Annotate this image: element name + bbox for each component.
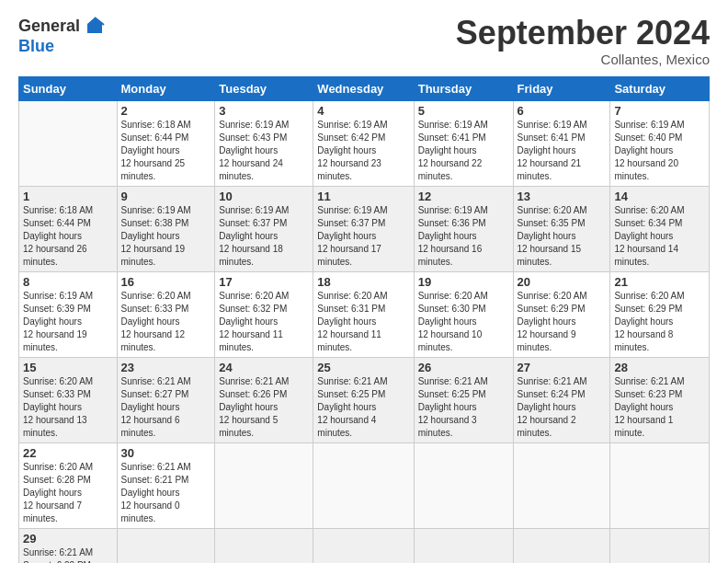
- day-info: Sunrise: 6:21 AMSunset: 6:23 PMDaylight …: [614, 376, 684, 438]
- table-cell: 8Sunrise: 6:19 AMSunset: 6:39 PMDaylight…: [19, 271, 118, 357]
- day-info: Sunrise: 6:21 AMSunset: 6:21 PMDaylight …: [121, 462, 191, 523]
- table-cell: 15Sunrise: 6:20 AMSunset: 6:33 PMDayligh…: [19, 357, 118, 442]
- table-cell: 11Sunrise: 6:19 AMSunset: 6:37 PMDayligh…: [313, 186, 414, 271]
- day-number: 13: [518, 190, 607, 203]
- day-number: 9: [121, 190, 211, 203]
- day-number: 18: [317, 275, 409, 289]
- table-cell: [610, 442, 710, 528]
- logo: General Blue: [18, 15, 106, 56]
- table-cell: 10Sunrise: 6:19 AMSunset: 6:37 PMDayligh…: [215, 186, 313, 271]
- table-cell: 22Sunrise: 6:20 AMSunset: 6:28 PMDayligh…: [19, 442, 118, 528]
- day-info: Sunrise: 6:20 AMSunset: 6:35 PMDaylight …: [518, 205, 587, 267]
- day-info: Sunrise: 6:18 AMSunset: 6:44 PMDaylight …: [121, 120, 191, 181]
- title-block: September 2024 Collantes, Mexico: [456, 15, 710, 67]
- table-cell: [19, 100, 118, 186]
- table-cell: 16Sunrise: 6:20 AMSunset: 6:33 PMDayligh…: [117, 271, 215, 357]
- day-info: Sunrise: 6:19 AMSunset: 6:40 PMDaylight …: [614, 120, 684, 181]
- table-cell: [313, 528, 414, 563]
- table-cell: 23Sunrise: 6:21 AMSunset: 6:27 PMDayligh…: [117, 357, 215, 442]
- table-cell: [513, 442, 610, 528]
- table-cell: 4Sunrise: 6:19 AMSunset: 6:42 PMDaylight…: [313, 100, 414, 186]
- day-info: Sunrise: 6:21 AMSunset: 6:22 PMDaylight …: [23, 547, 93, 563]
- logo-blue: Blue: [18, 37, 54, 56]
- day-number: 4: [317, 104, 409, 118]
- subtitle: Collantes, Mexico: [456, 52, 710, 67]
- table-cell: 29Sunrise: 6:21 AMSunset: 6:22 PMDayligh…: [19, 528, 118, 563]
- month-title: September 2024: [456, 15, 710, 52]
- day-info: Sunrise: 6:20 AMSunset: 6:31 PMDaylight …: [317, 291, 387, 352]
- table-cell: 6Sunrise: 6:19 AMSunset: 6:41 PMDaylight…: [513, 100, 610, 186]
- day-info: Sunrise: 6:20 AMSunset: 6:29 PMDaylight …: [614, 291, 684, 352]
- logo-icon: [84, 15, 106, 37]
- table-cell: 17Sunrise: 6:20 AMSunset: 6:32 PMDayligh…: [215, 271, 313, 357]
- calendar: Sunday Monday Tuesday Wednesday Thursday…: [18, 76, 710, 563]
- day-number: 27: [518, 361, 607, 374]
- day-info: Sunrise: 6:20 AMSunset: 6:32 PMDaylight …: [219, 291, 289, 352]
- table-cell: 20Sunrise: 6:20 AMSunset: 6:29 PMDayligh…: [513, 271, 610, 357]
- day-info: Sunrise: 6:19 AMSunset: 6:37 PMDaylight …: [317, 205, 387, 267]
- day-number: 16: [121, 275, 211, 289]
- table-cell: [215, 528, 313, 563]
- day-info: Sunrise: 6:19 AMSunset: 6:37 PMDaylight …: [219, 205, 289, 267]
- day-info: Sunrise: 6:21 AMSunset: 6:25 PMDaylight …: [418, 376, 488, 438]
- day-number: 22: [23, 446, 113, 460]
- table-cell: 25Sunrise: 6:21 AMSunset: 6:25 PMDayligh…: [313, 357, 414, 442]
- table-cell: 2Sunrise: 6:18 AMSunset: 6:44 PMDaylight…: [117, 100, 215, 186]
- col-sunday: Sunday: [19, 76, 118, 100]
- table-cell: 5Sunrise: 6:19 AMSunset: 6:41 PMDaylight…: [414, 100, 513, 186]
- day-info: Sunrise: 6:20 AMSunset: 6:33 PMDaylight …: [121, 291, 191, 352]
- col-tuesday: Tuesday: [215, 76, 313, 100]
- table-cell: 24Sunrise: 6:21 AMSunset: 6:26 PMDayligh…: [215, 357, 313, 442]
- logo-general: General: [18, 17, 80, 36]
- table-cell: 13Sunrise: 6:20 AMSunset: 6:35 PMDayligh…: [513, 186, 610, 271]
- day-number: 20: [518, 275, 607, 289]
- day-number: 12: [418, 190, 509, 203]
- col-friday: Friday: [513, 76, 610, 100]
- day-number: 30: [121, 446, 211, 460]
- table-cell: 26Sunrise: 6:21 AMSunset: 6:25 PMDayligh…: [414, 357, 513, 442]
- day-number: 3: [219, 104, 309, 118]
- day-info: Sunrise: 6:20 AMSunset: 6:33 PMDaylight …: [23, 376, 93, 438]
- table-cell: [610, 528, 710, 563]
- day-number: 17: [219, 275, 309, 289]
- day-number: 8: [23, 275, 113, 289]
- day-number: 26: [418, 361, 509, 374]
- day-number: 14: [614, 190, 705, 203]
- table-cell: 14Sunrise: 6:20 AMSunset: 6:34 PMDayligh…: [610, 186, 710, 271]
- table-cell: 18Sunrise: 6:20 AMSunset: 6:31 PMDayligh…: [313, 271, 414, 357]
- day-number: 10: [219, 190, 309, 203]
- day-number: 23: [121, 361, 211, 374]
- day-number: 6: [518, 104, 607, 118]
- day-info: Sunrise: 6:18 AMSunset: 6:44 PMDaylight …: [23, 205, 93, 267]
- day-info: Sunrise: 6:21 AMSunset: 6:24 PMDaylight …: [518, 376, 587, 438]
- day-number: 7: [614, 104, 705, 118]
- day-info: Sunrise: 6:19 AMSunset: 6:43 PMDaylight …: [219, 120, 289, 181]
- day-info: Sunrise: 6:21 AMSunset: 6:27 PMDaylight …: [121, 376, 191, 438]
- table-cell: 30Sunrise: 6:21 AMSunset: 6:21 PMDayligh…: [117, 442, 215, 528]
- col-wednesday: Wednesday: [313, 76, 414, 100]
- table-cell: 21Sunrise: 6:20 AMSunset: 6:29 PMDayligh…: [610, 271, 710, 357]
- table-cell: [414, 442, 513, 528]
- day-info: Sunrise: 6:20 AMSunset: 6:30 PMDaylight …: [418, 291, 488, 352]
- day-number: 15: [23, 361, 113, 374]
- table-cell: 28Sunrise: 6:21 AMSunset: 6:23 PMDayligh…: [610, 357, 710, 442]
- col-monday: Monday: [117, 76, 215, 100]
- table-cell: 3Sunrise: 6:19 AMSunset: 6:43 PMDaylight…: [215, 100, 313, 186]
- table-cell: [513, 528, 610, 563]
- day-number: 1: [23, 190, 113, 203]
- table-cell: [117, 528, 215, 563]
- table-cell: [313, 442, 414, 528]
- day-number: 11: [317, 190, 409, 203]
- col-saturday: Saturday: [610, 76, 710, 100]
- day-number: 24: [219, 361, 309, 374]
- day-number: 2: [121, 104, 211, 118]
- table-cell: [414, 528, 513, 563]
- day-number: 21: [614, 275, 705, 289]
- table-cell: [215, 442, 313, 528]
- day-number: 5: [418, 104, 509, 118]
- table-cell: 19Sunrise: 6:20 AMSunset: 6:30 PMDayligh…: [414, 271, 513, 357]
- day-number: 29: [23, 532, 113, 546]
- day-info: Sunrise: 6:21 AMSunset: 6:26 PMDaylight …: [219, 376, 289, 438]
- day-info: Sunrise: 6:20 AMSunset: 6:34 PMDaylight …: [614, 205, 684, 267]
- table-cell: 27Sunrise: 6:21 AMSunset: 6:24 PMDayligh…: [513, 357, 610, 442]
